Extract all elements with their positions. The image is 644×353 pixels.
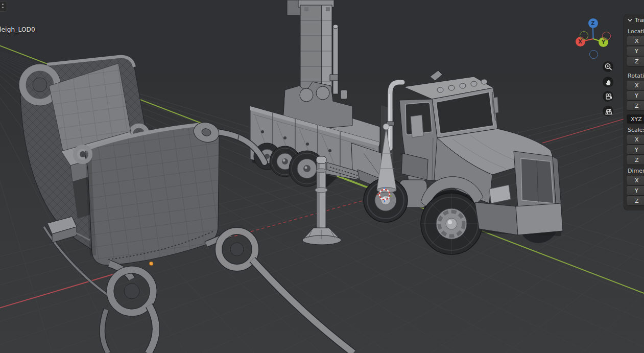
location-label: Location:: [628, 28, 644, 35]
gizmo-neg-y-axis[interactable]: [580, 31, 588, 40]
gizmo-z-axis[interactable]: Z: [588, 18, 598, 28]
rotation-x-field[interactable]: X: [627, 81, 644, 90]
scale-label: Scale:: [628, 127, 644, 134]
scale-y-field[interactable]: Y: [627, 145, 644, 154]
side-mirror: [411, 115, 423, 137]
projection-toggle-button[interactable]: [603, 106, 613, 116]
pan-button[interactable]: [603, 77, 613, 87]
camera-icon: [604, 92, 613, 101]
rotation-mode-dropdown[interactable]: XYZ Euler: [627, 114, 644, 124]
near-runner: [102, 264, 157, 353]
location-z-field[interactable]: Z: [627, 57, 644, 66]
magnifier-plus-icon: [604, 62, 613, 72]
zoom-button[interactable]: [603, 61, 613, 72]
rotation-y-field[interactable]: Y: [627, 91, 644, 100]
chevron-down-icon: [628, 18, 632, 22]
object-origin-dot: [149, 262, 153, 266]
scale-z-field[interactable]: Z: [627, 155, 644, 164]
dimensions-x-field[interactable]: X: [627, 176, 644, 185]
panel-title: Transform: [635, 17, 644, 23]
front-bumper: [516, 203, 563, 235]
location-x-field[interactable]: X: [627, 36, 644, 45]
gizmo-neg-z-axis[interactable]: [589, 50, 598, 59]
grid-icon: [604, 107, 613, 116]
active-object-label: leigh_LOD0: [0, 26, 35, 33]
far-runner: [206, 227, 353, 353]
transform-panel: Transform Location: X Y Z Rotation: X Y …: [624, 14, 644, 210]
viewport-scene: [0, 0, 644, 353]
front-near-wheel: [421, 193, 482, 254]
blender-3d-viewport: leigh_LOD0 Z X Y Transf: [0, 0, 644, 353]
dimensions-y-field[interactable]: Y: [627, 186, 644, 195]
x-axis-line-front: [0, 271, 125, 310]
hand-icon: [604, 78, 613, 87]
rotation-z-field[interactable]: Z: [627, 101, 644, 110]
scale-x-field[interactable]: X: [627, 135, 644, 144]
dimensions-label: Dimensions:: [628, 168, 644, 175]
location-y-field[interactable]: Y: [627, 46, 644, 56]
rotation-label: Rotation:: [628, 73, 644, 80]
transform-panel-header[interactable]: Transform: [624, 14, 644, 26]
camera-view-button[interactable]: [603, 91, 613, 102]
editor-corner-widget[interactable]: [0, 1, 7, 12]
dimensions-z-field[interactable]: Z: [627, 196, 644, 205]
navigation-gizmo[interactable]: Z X Y: [571, 14, 618, 61]
gizmo-neg-x-axis[interactable]: [602, 32, 611, 40]
